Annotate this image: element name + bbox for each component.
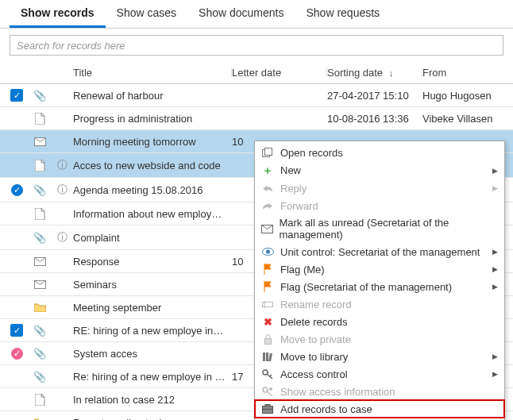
showaccess-icon <box>260 387 276 397</box>
rename-icon <box>260 300 276 309</box>
row-checkbox[interactable]: ✓ <box>5 89 29 102</box>
menu-label: Unit control: Secretariat of the managem… <box>280 246 480 258</box>
menu-label: Forward <box>280 200 318 212</box>
svg-rect-12 <box>268 353 272 360</box>
eye-icon <box>260 248 276 256</box>
tab-cases[interactable]: Show cases <box>106 0 187 28</box>
type-icon <box>29 257 51 266</box>
chevron-right-icon: ▶ <box>492 370 498 378</box>
svg-point-15 <box>269 387 272 391</box>
col-letter-date[interactable]: Letter date <box>232 67 327 79</box>
table-row[interactable]: Progress in administration10-08-2016 13:… <box>0 107 513 130</box>
row-title: Report on climatechanges <box>73 417 232 421</box>
info-icon: ⓘ <box>51 230 73 245</box>
type-icon <box>29 394 51 406</box>
tab-requests[interactable]: Show requests <box>295 0 391 28</box>
menu-item-flag-me[interactable]: Flag (Me)▶ <box>255 260 504 278</box>
svg-rect-11 <box>266 353 268 361</box>
menu-item-reply: Reply▶ <box>255 179 504 197</box>
row-title: Complaint <box>73 232 232 244</box>
type-icon <box>29 137 51 146</box>
col-title[interactable]: Title <box>73 67 232 79</box>
menu-item-mark-all-as-unread-secretariat-of-the-management[interactable]: Mark all as unread (Secretariat of the m… <box>255 214 504 243</box>
private-icon <box>260 334 276 345</box>
menu-item-flag-secretariat-of-the-management[interactable]: Flag (Secretariat of the management)▶ <box>255 278 504 295</box>
type-icon: 📎 <box>29 90 51 102</box>
svg-rect-4 <box>265 148 272 156</box>
type-icon: 📎 <box>29 184 51 196</box>
menu-item-delete-records[interactable]: ✖Delete records <box>255 313 504 330</box>
access-icon <box>260 369 276 380</box>
chevron-right-icon: ▶ <box>492 184 498 192</box>
addcase-icon <box>260 404 276 414</box>
row-title: Meeting september <box>73 302 232 314</box>
chevron-right-icon: ▶ <box>492 353 498 360</box>
tab-records[interactable]: Show records <box>10 0 106 28</box>
menu-label: New <box>280 164 301 176</box>
menu-label: Rename record <box>280 299 352 310</box>
menu-item-open-records[interactable]: Open records <box>255 144 504 161</box>
type-icon <box>29 113 51 125</box>
table-header: Title Letter date Sorting date↓ From <box>0 62 513 84</box>
table-row[interactable]: ✓📎Renewal of harbour27-04-2017 15:10Hugo… <box>0 84 513 107</box>
col-sorting-date[interactable]: Sorting date↓ <box>327 67 422 79</box>
row-title: Acces to new webside and code <box>73 160 232 171</box>
flag-orange-icon <box>260 281 276 292</box>
row-title: Morning meeting tomorrow <box>73 136 232 148</box>
chevron-right-icon: ▶ <box>492 265 498 273</box>
type-icon: 📎 <box>29 325 51 337</box>
library-icon <box>260 352 276 362</box>
type-icon: 📎 <box>29 371 51 383</box>
svg-rect-17 <box>265 405 270 407</box>
menu-label: Move to private <box>280 333 351 345</box>
menu-item-forward: Forward <box>255 197 504 214</box>
chevron-right-icon: ▶ <box>492 167 498 175</box>
type-icon <box>29 208 51 220</box>
menu-label: Delete records <box>280 316 348 328</box>
row-sort-date: 10-08-2016 13:36 <box>327 113 422 125</box>
open-icon <box>260 148 276 157</box>
info-icon: ⓘ <box>51 183 73 197</box>
reply-icon <box>260 184 276 193</box>
row-title: Response <box>73 256 232 268</box>
search-input[interactable]: Search for records here <box>10 35 503 56</box>
row-title: Progress in administration <box>73 113 232 125</box>
row-title: System acces <box>73 348 232 360</box>
row-title: Seminars <box>73 279 232 291</box>
menu-label: Open records <box>280 147 343 159</box>
chevron-right-icon: ▶ <box>492 283 498 291</box>
type-icon: 📎 <box>29 348 51 360</box>
menu-label: Access control <box>280 368 348 380</box>
svg-rect-9 <box>264 338 271 344</box>
chevron-right-icon: ▶ <box>492 248 498 256</box>
context-menu: Open records+New▶Reply▶ForwardMark all a… <box>254 141 505 420</box>
menu-item-unit-control-secretariat-of-the-management[interactable]: Unit control: Secretariat of the managem… <box>255 243 504 260</box>
menu-label: Reply <box>280 183 307 195</box>
row-checkbox[interactable]: ✓ <box>5 348 29 360</box>
menu-item-access-control[interactable]: Access control▶ <box>255 365 504 383</box>
menu-item-new[interactable]: +New▶ <box>255 161 504 179</box>
flag-orange-icon <box>260 264 276 275</box>
svg-point-7 <box>266 250 270 254</box>
sort-desc-icon: ↓ <box>389 68 394 78</box>
row-title: RE: hiring of a new employe in su... <box>73 325 232 337</box>
menu-item-move-to-library[interactable]: Move to library▶ <box>255 348 504 365</box>
type-icon: 📎 <box>29 232 51 244</box>
tab-bar: Show records Show cases Show documents S… <box>0 0 513 29</box>
type-icon <box>29 280 51 289</box>
forward-icon <box>260 202 276 210</box>
menu-item-add-records-to-case[interactable]: Add records to case <box>255 400 504 418</box>
row-checkbox[interactable]: ✓ <box>5 184 29 196</box>
tab-documents[interactable]: Show documents <box>187 0 295 28</box>
col-from[interactable]: From <box>422 67 513 79</box>
menu-item-show-access-information: Show access information <box>255 383 504 400</box>
row-title: Information about new employer... <box>73 208 232 220</box>
menu-label: Flag (Secretariat of the management) <box>280 281 452 293</box>
row-title: Re: hiring of a new employe in su... <box>73 371 232 383</box>
row-title: In relation to case 212 <box>73 394 232 406</box>
row-sort-date: 27-04-2017 15:10 <box>327 90 422 102</box>
row-title: Renewal of harbour <box>73 90 232 102</box>
type-icon <box>29 302 51 312</box>
plus-icon: + <box>260 164 276 177</box>
row-checkbox[interactable]: ✓ <box>5 324 29 337</box>
